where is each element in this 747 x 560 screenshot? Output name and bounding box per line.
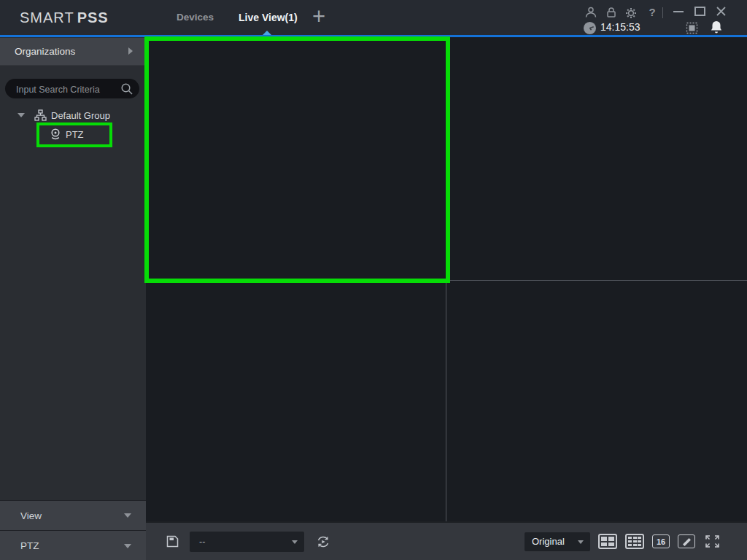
split-4-button[interactable] <box>598 534 617 549</box>
group-sitemap-icon <box>34 109 47 122</box>
app-logo-pss: PSS <box>77 9 109 26</box>
chevron-right-icon <box>128 47 133 55</box>
video-pane-4[interactable] <box>446 281 747 521</box>
custom-split-pen-button[interactable] <box>678 534 695 548</box>
alarm-bell-icon[interactable] <box>710 20 723 34</box>
grid-divider-vertical <box>446 37 446 521</box>
titlebar-separator <box>662 7 663 18</box>
search-input[interactable] <box>15 79 112 99</box>
chevron-down-icon <box>292 540 298 544</box>
clock-icon <box>583 21 597 35</box>
tree-item-ptz[interactable]: PTZ <box>0 126 146 142</box>
maximize-button[interactable] <box>694 7 705 16</box>
chevron-down-icon <box>124 544 131 548</box>
tab-live-view[interactable]: Live View(1) <box>239 0 298 35</box>
split-16-button[interactable]: 16 <box>652 534 670 548</box>
video-pane-1[interactable] <box>146 37 446 280</box>
view-select-dropdown[interactable]: -- <box>190 532 304 552</box>
user-icon[interactable] <box>584 6 597 19</box>
view-select-value: -- <box>199 532 205 552</box>
smartpss-window: SMARTPSS Devices Live View(1) + <box>0 0 747 560</box>
bottom-toolbar: -- Original 16 <box>146 521 747 560</box>
tree-item-default-group[interactable]: Default Group <box>0 107 146 123</box>
chevron-down-icon <box>124 513 131 518</box>
scale-select-dropdown[interactable]: Original <box>525 532 590 551</box>
video-pane-2[interactable] <box>446 37 747 280</box>
current-time: 14:15:53 <box>600 20 640 34</box>
search-icon[interactable] <box>120 82 133 96</box>
app-logo: SMARTPSS <box>20 0 109 35</box>
active-tab-underline <box>0 35 747 37</box>
video-grid <box>146 37 747 521</box>
search-box <box>5 79 139 98</box>
organizations-title: Organizations <box>15 38 75 65</box>
sidebar: Organizations Default Group <box>0 37 146 560</box>
fullscreen-button[interactable] <box>704 534 721 549</box>
titlebar: SMARTPSS Devices Live View(1) + <box>0 0 747 35</box>
tree-item-label: Default Group <box>51 110 110 121</box>
refresh-button[interactable] <box>315 534 331 550</box>
ptz-camera-icon <box>50 128 61 141</box>
device-health-chip-icon[interactable] <box>685 21 699 35</box>
organizations-header[interactable]: Organizations <box>0 38 146 66</box>
ptz-panel-label: PTZ <box>20 531 39 560</box>
view-panel-header[interactable]: View <box>0 500 146 530</box>
save-view-button[interactable] <box>165 534 180 549</box>
ptz-panel-header[interactable]: PTZ <box>0 530 146 560</box>
close-button[interactable] <box>716 6 727 17</box>
tree-collapse-icon[interactable] <box>18 113 25 117</box>
grid-divider-horizontal <box>146 280 747 281</box>
lock-icon[interactable] <box>605 6 618 19</box>
help-icon[interactable]: ? <box>646 6 659 19</box>
app-logo-smart: SMART <box>20 9 74 26</box>
chevron-down-icon <box>578 540 584 544</box>
split-9-button[interactable] <box>625 534 644 549</box>
scale-select-value: Original <box>532 532 565 551</box>
active-tab-pointer <box>263 31 271 35</box>
settings-gear-icon[interactable] <box>624 6 638 20</box>
view-panel-label: View <box>20 501 42 530</box>
add-tab-button[interactable]: + <box>312 0 325 35</box>
tab-devices[interactable]: Devices <box>177 0 214 35</box>
minimize-button[interactable] <box>673 11 684 12</box>
video-pane-3[interactable] <box>146 281 446 521</box>
tree-item-label: PTZ <box>66 129 84 140</box>
